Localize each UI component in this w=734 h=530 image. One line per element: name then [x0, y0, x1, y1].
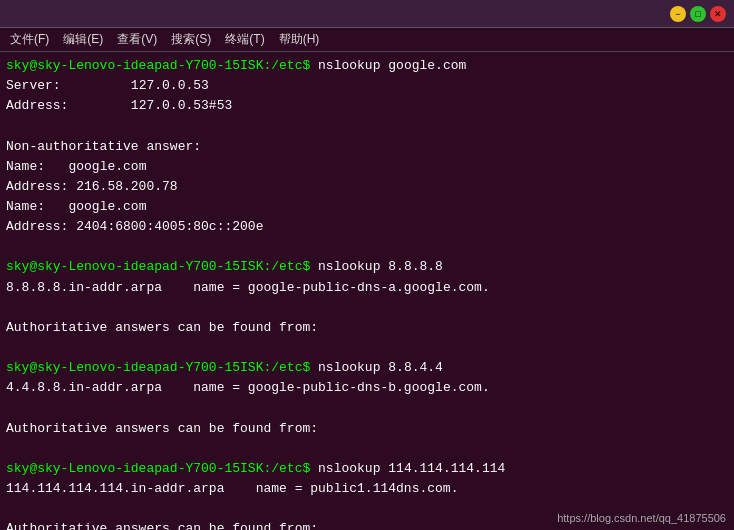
terminal-line: 4.4.8.8.in-addr.arpa name = google-publi…	[6, 378, 728, 398]
terminal-prompt-line: sky@sky-Lenovo-ideapad-Y700-15ISK:/etc$ …	[6, 257, 728, 277]
menu-item[interactable]: 查看(V)	[111, 29, 163, 50]
terminal-line: Address: 216.58.200.78	[6, 177, 728, 197]
watermark: https://blog.csdn.net/qq_41875506	[557, 512, 726, 524]
prompt-text: sky@sky-Lenovo-ideapad-Y700-15ISK:/etc$	[6, 461, 318, 476]
menu-item[interactable]: 编辑(E)	[57, 29, 109, 50]
blank-line	[6, 298, 728, 318]
terminal-line: Name: google.com	[6, 197, 728, 217]
maximize-button[interactable]: □	[690, 6, 706, 22]
prompt-text: sky@sky-Lenovo-ideapad-Y700-15ISK:/etc$	[6, 58, 318, 73]
terminal-line: Name: google.com	[6, 157, 728, 177]
command-text: nslookup google.com	[318, 58, 466, 73]
terminal-line: Address: 2404:6800:4005:80c::200e	[6, 217, 728, 237]
window-controls[interactable]: − □ ✕	[670, 6, 726, 22]
menu-item[interactable]: 搜索(S)	[165, 29, 217, 50]
command-text: nslookup 114.114.114.114	[318, 461, 505, 476]
blank-line	[6, 398, 728, 418]
minimize-button[interactable]: −	[670, 6, 686, 22]
title-bar: − □ ✕	[0, 0, 734, 28]
menu-item[interactable]: 终端(T)	[219, 29, 270, 50]
command-text: nslookup 8.8.4.4	[318, 360, 443, 375]
terminal-prompt-line: sky@sky-Lenovo-ideapad-Y700-15ISK:/etc$ …	[6, 56, 728, 76]
terminal-line: Address: 127.0.0.53#53	[6, 96, 728, 116]
blank-line	[6, 237, 728, 257]
terminal-content[interactable]: sky@sky-Lenovo-ideapad-Y700-15ISK:/etc$ …	[0, 52, 734, 530]
blank-line	[6, 338, 728, 358]
terminal-line: Authoritative answers can be found from:	[6, 419, 728, 439]
menu-item[interactable]: 文件(F)	[4, 29, 55, 50]
prompt-text: sky@sky-Lenovo-ideapad-Y700-15ISK:/etc$	[6, 360, 318, 375]
terminal-line: Non-authoritative answer:	[6, 137, 728, 157]
menu-bar: 文件(F)编辑(E)查看(V)搜索(S)终端(T)帮助(H)	[0, 28, 734, 52]
terminal-prompt-line: sky@sky-Lenovo-ideapad-Y700-15ISK:/etc$ …	[6, 358, 728, 378]
terminal-line: Authoritative answers can be found from:	[6, 318, 728, 338]
menu-item[interactable]: 帮助(H)	[273, 29, 326, 50]
terminal-line: Server: 127.0.0.53	[6, 76, 728, 96]
blank-line	[6, 116, 728, 136]
blank-line	[6, 439, 728, 459]
command-text: nslookup 8.8.8.8	[318, 259, 443, 274]
terminal-prompt-line: sky@sky-Lenovo-ideapad-Y700-15ISK:/etc$ …	[6, 459, 728, 479]
close-button[interactable]: ✕	[710, 6, 726, 22]
prompt-text: sky@sky-Lenovo-ideapad-Y700-15ISK:/etc$	[6, 259, 318, 274]
terminal-line: 8.8.8.8.in-addr.arpa name = google-publi…	[6, 278, 728, 298]
terminal-line: 114.114.114.114.in-addr.arpa name = publ…	[6, 479, 728, 499]
